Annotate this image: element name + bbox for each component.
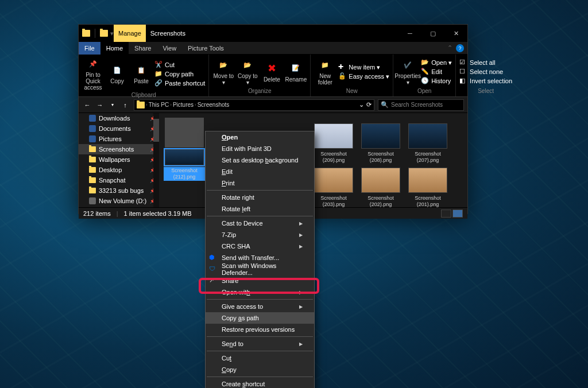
file-item[interactable]: Screenshot (209).png [313,123,354,164]
menu-file[interactable]: File [79,42,100,55]
context-menu-item[interactable]: Copy [206,364,314,375]
invert-selection-button[interactable]: ◧Invert selection [459,77,512,85]
context-menu-item[interactable]: Give access to▶ [206,301,314,312]
menu-share[interactable]: Share [129,42,157,55]
move-to-button[interactable]: 📂Move to ▾ [212,57,234,87]
context-menu-item[interactable]: Open with▶ [206,286,314,298]
delete-button[interactable]: ✖Delete [261,57,283,87]
view-details-button[interactable] [441,209,451,218]
open-button[interactable]: 📂Open ▾ [421,59,452,67]
context-menu-item[interactable]: ⬢Send with Transfer... [206,252,314,263]
submenu-arrow-icon: ▶ [299,304,303,309]
help-icon[interactable]: ? [456,44,464,52]
copy-button[interactable]: 📄Copy [106,57,128,91]
sidebar-item-label: Pictures [99,135,122,142]
select-all-button[interactable]: ☑Select all [459,59,512,67]
breadcrumb-seg[interactable]: Pictures [173,102,194,108]
search-icon: 🔍 [381,101,389,108]
context-menu-item[interactable]: Restore previous versions [206,324,314,335]
scrollbar[interactable] [153,113,159,207]
context-menu-item[interactable]: 7-Zip▶ [206,229,314,240]
forward-button[interactable]: → [95,100,105,110]
folder-icon [89,146,96,152]
doc-icon [89,125,96,132]
menu-view[interactable]: View [157,42,182,55]
maximize-button[interactable]: ▢ [421,25,444,42]
menu-picture-tools[interactable]: Picture Tools [182,42,230,55]
file-item[interactable]: Screenshot (212).png [164,118,205,181]
paste-shortcut-button[interactable]: 🔗Paste shortcut [154,79,205,87]
file-item[interactable]: Screenshot (202).png [360,168,401,208]
sidebar-item[interactable]: Pictures📌 [79,134,159,144]
context-menu-item[interactable]: Rotate right [206,192,314,203]
file-item[interactable]: Screenshot (201).png [407,168,448,208]
context-menu-item-label: Edit with Paint 3D [222,145,272,152]
sidebar-item-label: Snapchat [99,177,125,184]
context-menu-item[interactable]: Create shortcut [206,378,314,388]
context-menu-item[interactable]: Edit with Paint 3D [206,143,314,154]
window-title: Screenshots [146,25,190,42]
minimize-button[interactable]: ─ [399,25,421,42]
context-menu-item[interactable]: Cut [206,352,314,364]
select-none-button[interactable]: ☐Select none [459,68,512,76]
up-button[interactable]: ↑ [120,100,130,110]
file-item[interactable]: Screenshot (208).png [360,123,401,164]
file-item[interactable]: Screenshot (203).png [313,168,354,208]
properties-button[interactable]: ✔️Properties ▾ [397,57,419,87]
sidebar-item[interactable]: New Volume (D:)📌 [79,196,159,206]
history-button[interactable]: 🕓History [421,77,452,85]
context-menu: OpenEdit with Paint 3DSet as desktop bac… [205,131,315,388]
dropbox-icon: ⬢ [209,254,217,262]
breadcrumb-seg[interactable]: Screenshots [198,102,230,108]
sidebar-item[interactable]: Desktop📌 [79,165,159,175]
manage-tab[interactable]: Manage [114,25,146,42]
refresh-icon[interactable]: ⟳ [366,101,372,108]
sidebar-item[interactable]: Screenshots📌 [79,206,159,207]
paste-button[interactable]: 📋Paste [130,57,152,91]
file-item[interactable]: Screenshot (207).png [407,123,448,164]
new-folder-button[interactable]: 📁New folder [314,57,336,87]
sidebar-item[interactable]: Snapchat📌 [79,175,159,185]
rename-button[interactable]: 📝Rename [285,57,307,87]
edit-button[interactable]: ✏️Edit [421,68,452,76]
drive-icon [89,197,96,204]
sidebar-item[interactable]: Documents📌 [79,123,159,134]
sidebar-item[interactable]: Wallpapers📌 [79,154,159,165]
context-menu-item[interactable]: ↗Share [206,275,314,286]
new-item-button[interactable]: ✚New item ▾ [338,63,389,71]
sidebar-item[interactable]: 33213 sub bugs📌 [79,185,159,196]
context-menu-item[interactable]: Send to▶ [206,338,314,350]
sidebar-item-label: Screenshots [99,146,134,153]
context-menu-item[interactable]: CRC SHA▶ [206,240,314,252]
context-menu-item[interactable]: Print [206,177,314,189]
copy-to-button[interactable]: 📂Copy to ▾ [237,57,258,87]
context-menu-item[interactable]: Rotate left [206,203,314,215]
copy-path-button[interactable]: 📁Copy path [154,70,205,78]
breadcrumb-seg[interactable]: This PC [149,102,169,108]
ribbon-group-label: New [314,88,389,94]
context-menu-item-label: Restore previous versions [222,326,295,333]
context-menu-item[interactable]: Open [206,131,314,143]
addr-dropdown[interactable]: ⌄ [359,101,364,108]
address-path[interactable]: › This PC › Pictures › Screenshots ⌄⟳ [134,99,374,111]
close-button[interactable]: ✕ [444,25,467,42]
context-menu-item[interactable]: Edit [206,166,314,177]
context-menu-item[interactable]: Cast to Device▶ [206,218,314,229]
context-menu-item[interactable]: Copy as path [206,312,314,324]
context-menu-item[interactable]: Set as desktop background [206,154,314,166]
folder-icon [82,30,90,37]
cut-button[interactable]: ✂️Cut [154,61,205,69]
context-menu-item[interactable]: 🛡Scan with Windows Defender... [206,263,314,275]
search-input[interactable]: 🔍 Search Screenshots [378,99,464,111]
easy-access-button[interactable]: 🔓Easy access ▾ [338,72,389,80]
view-icons-button[interactable] [452,209,463,218]
back-button[interactable]: ← [82,100,92,110]
pin-quick-access-button[interactable]: 📌Pin to Quick access [82,57,104,91]
sidebar-item[interactable]: Screenshots📌 [79,144,159,154]
sidebar-item[interactable]: Downloads📌 [79,113,159,123]
file-thumbnail [314,168,353,193]
menu-home[interactable]: Home [100,42,129,55]
scrollbar-thumb[interactable] [153,119,159,142]
collapse-ribbon-icon[interactable]: ⌃ [447,44,452,52]
recent-dropdown[interactable]: ▾ [107,100,118,110]
